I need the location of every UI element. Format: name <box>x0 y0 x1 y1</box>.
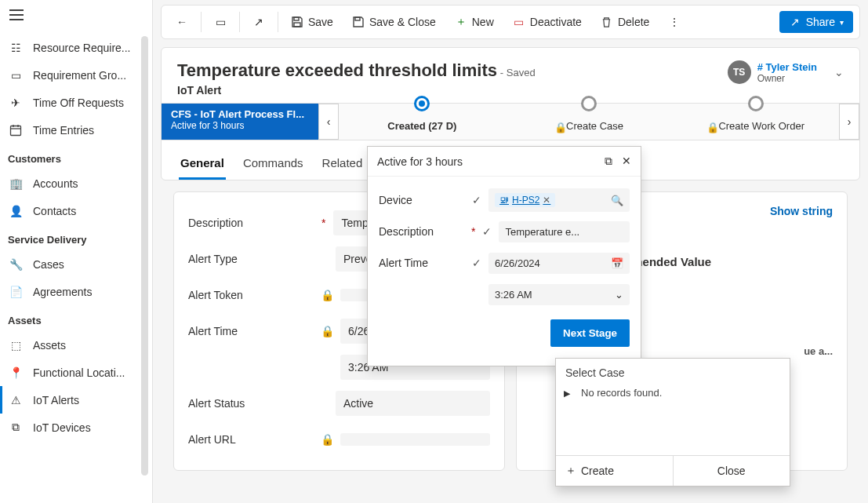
sidebar-item-time-entries[interactable]: Time Entries <box>0 116 152 144</box>
fly-description-field[interactable]: Temperature e... <box>499 221 630 242</box>
flyout-title: Active for 3 hours <box>377 155 463 168</box>
sidebar-item-label: Agreements <box>33 286 92 298</box>
field-label: Alert URL <box>188 433 236 446</box>
calendar-icon[interactable]: 📅 <box>611 257 623 269</box>
field-label: Alert Time <box>188 325 238 337</box>
lookup-create-button[interactable]: ＋Create <box>556 456 673 486</box>
hamburger-icon[interactable] <box>9 9 25 22</box>
save-close-icon <box>352 16 365 28</box>
chevron-down-icon[interactable]: ⌄ <box>615 289 623 301</box>
svg-rect-5 <box>294 23 300 27</box>
alert-url-field <box>340 433 490 446</box>
owner-label: Owner <box>757 73 817 84</box>
save-button[interactable]: Save <box>283 11 341 33</box>
save-icon <box>291 16 303 28</box>
sidebar-item-contacts[interactable]: 👤Contacts <box>0 197 152 224</box>
svg-rect-0 <box>11 126 21 135</box>
lock-icon: 🔒 <box>321 290 332 301</box>
lookup-close-button[interactable]: Close <box>673 456 790 486</box>
tab-commands[interactable]: Commands <box>242 150 305 180</box>
sidebar-item-label: IoT Devices <box>33 421 91 434</box>
deactivate-button[interactable]: ▭ Deactivate <box>505 11 590 33</box>
overflow-button[interactable]: ⋮ <box>660 11 688 33</box>
sidebar-item-iot-alerts[interactable]: ⚠IoT Alerts <box>0 386 152 414</box>
bpf-indicator-icon <box>748 96 764 111</box>
share-button[interactable]: ↗ Share ▾ <box>779 11 853 33</box>
bpf-indicator-icon <box>414 96 430 111</box>
bpf-process-info[interactable]: CFS - IoT Alert Process Fl... Active for… <box>162 104 318 140</box>
lookup-chip[interactable]: 🖳H-PS2✕ <box>495 193 555 207</box>
sidebar-item-label: IoT Alerts <box>33 394 79 406</box>
bpf-stage-created[interactable]: Created (27 D) <box>339 104 506 140</box>
lookup-panel: Select Case No records found. ＋Create Cl… <box>555 358 790 487</box>
sidebar-item-label: Time Entries <box>33 124 94 137</box>
lock-icon: 🔒 <box>321 326 332 337</box>
tab-general[interactable]: General <box>179 150 226 180</box>
owner-name[interactable]: # Tyler Stein <box>757 61 817 73</box>
bpf-prev-arrow[interactable]: ‹ <box>318 104 339 140</box>
sidebar: ☷Resource Require... ▭Requirement Gro...… <box>0 0 153 503</box>
lock-icon: 🔒 <box>321 434 332 445</box>
sidebar-item-label: Requirement Gro... <box>33 69 126 82</box>
bpf-stage-flyout: Active for 3 hours ⧉ ✕ Device ✓ 🖳H-PS2✕ … <box>367 146 641 366</box>
plus-icon: ＋ <box>455 16 467 28</box>
chevron-down-icon[interactable]: ⌄ <box>834 66 844 78</box>
sidebar-item-iot-devices[interactable]: ⧉IoT Devices <box>0 414 152 441</box>
close-icon[interactable]: ✕ <box>622 155 631 168</box>
sidebar-item-time-off[interactable]: ✈Time Off Requests <box>0 89 152 116</box>
sidebar-item-cases[interactable]: 🔧Cases <box>0 250 152 278</box>
sidebar-item-agreements[interactable]: 📄Agreements <box>0 278 152 305</box>
bpf-stage-create-wo[interactable]: 🔒Create Work Order <box>672 104 839 140</box>
share-icon: ↗ <box>789 16 801 28</box>
back-button[interactable]: ← <box>168 11 196 33</box>
sidebar-group-customers: Customers <box>0 144 152 169</box>
field-label: Alert Token <box>188 289 243 301</box>
avatar: TS <box>728 60 751 84</box>
sidebar-item-assets[interactable]: ⬚Assets <box>0 331 152 359</box>
scrollbar[interactable] <box>141 36 148 476</box>
deactivate-icon: ▭ <box>513 16 525 28</box>
alert-status-field[interactable]: Active <box>336 391 490 416</box>
device-lookup[interactable]: 🖳H-PS2✕ 🔍 <box>488 188 630 212</box>
bpf-stage-create-case[interactable]: 🔒Create Case <box>506 104 673 140</box>
open-new-window-btn[interactable]: ↗ <box>245 11 273 33</box>
entity-type: IoT Alert <box>177 84 536 97</box>
more-icon: ⋮ <box>668 16 681 28</box>
checkmark-icon: ✓ <box>481 226 492 237</box>
checkmark-icon: ✓ <box>471 195 482 206</box>
sidebar-item-functional-loc[interactable]: 📍Functional Locati... <box>0 359 152 386</box>
save-close-button[interactable]: Save & Close <box>344 11 444 33</box>
sidebar-item-label: Functional Locati... <box>33 366 125 379</box>
sidebar-item-resource-req[interactable]: ☷Resource Require... <box>0 34 152 61</box>
chip-remove-icon[interactable]: ✕ <box>543 195 550 206</box>
sidebar-item-label: Time Off Requests <box>33 97 124 109</box>
owner-block[interactable]: TS # Tyler Stein Owner ⌄ <box>728 60 844 84</box>
trash-icon <box>601 16 613 28</box>
field-label: Alert Type <box>188 253 238 265</box>
page-title: Temperature exceeded threshold limits <box>177 60 497 80</box>
field-label: Description <box>188 217 243 229</box>
sidebar-item-label: Accounts <box>33 177 78 190</box>
edit-columns-btn[interactable]: ▭ <box>206 11 234 33</box>
lock-icon: 🔒 <box>706 122 715 130</box>
svg-rect-6 <box>355 17 360 20</box>
bpf-indicator-icon <box>581 96 597 111</box>
sidebar-item-accounts[interactable]: 🏢Accounts <box>0 169 152 197</box>
show-string-link[interactable]: Show string <box>770 205 833 217</box>
new-button[interactable]: ＋ New <box>447 11 502 33</box>
search-icon[interactable]: 🔍 <box>611 195 623 206</box>
next-stage-button[interactable]: Next Stage <box>550 319 630 347</box>
saved-label: - Saved <box>500 67 536 78</box>
delete-button[interactable]: Delete <box>593 11 657 33</box>
field-label: Device <box>379 194 465 206</box>
sidebar-item-req-group[interactable]: ▭Requirement Gro... <box>0 61 152 89</box>
tab-related[interactable]: Related <box>321 150 365 180</box>
fly-date-field[interactable]: 6/26/2024 📅 <box>488 253 630 274</box>
bpf-next-arrow[interactable]: › <box>839 104 859 140</box>
checkmark-icon: ✓ <box>471 257 482 268</box>
fly-time-field[interactable]: 3:26 AM ⌄ <box>488 284 630 305</box>
popout-icon[interactable]: ⧉ <box>605 155 612 168</box>
sidebar-item-label: Cases <box>33 258 64 271</box>
command-bar: ← ▭ ↗ Save Save & Close ＋ New ▭ Deactiva… <box>161 5 860 39</box>
sidebar-group-assets: Assets <box>0 305 152 331</box>
